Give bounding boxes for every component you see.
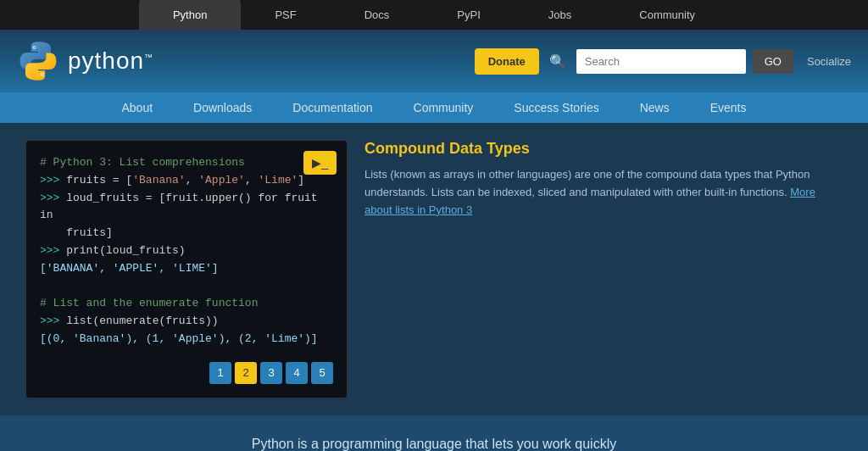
tagline-bar: Python is a programming language that le… [0, 415, 868, 451]
code-line-5: >>> print(loud_fruits) [40, 242, 333, 260]
info-title: Compound Data Types [364, 140, 843, 158]
code-line-4: fruits] [40, 225, 333, 242]
code-text: list(enumerate(fruits)) [66, 315, 218, 327]
page-btn-2[interactable]: 2 [235, 362, 257, 384]
search-input[interactable] [576, 49, 746, 74]
code-prompt: >>> [40, 192, 66, 204]
go-button[interactable]: GO [753, 49, 793, 74]
page-btn-1[interactable]: 1 [209, 362, 231, 384]
sec-nav-documentation[interactable]: Documentation [272, 92, 392, 123]
code-prompt: >>> [40, 315, 66, 327]
socialize-link[interactable]: Socialize [807, 55, 851, 68]
info-body: Lists (known as arrays in other language… [364, 166, 843, 219]
page-btn-3[interactable]: 3 [260, 362, 282, 384]
page-btn-4[interactable]: 4 [286, 362, 308, 384]
terminal-button[interactable]: ▶_ [303, 151, 337, 175]
code-blank [40, 278, 333, 296]
code-prompt: >>> [40, 174, 66, 187]
sec-nav-downloads[interactable]: Downloads [173, 92, 272, 123]
code-line-1: # Python 3: List comprehensions [40, 154, 333, 172]
sec-nav-about[interactable]: About [101, 92, 173, 123]
top-nav-docs[interactable]: Docs [331, 0, 424, 30]
sec-nav-events[interactable]: Events [690, 92, 767, 123]
main-content: ▶_ # Python 3: List comprehensions >>> f… [0, 123, 868, 415]
logo-area: python™ [17, 40, 461, 82]
code-line-8: >>> list(enumerate(fruits)) [40, 313, 333, 331]
sec-nav-news[interactable]: News [620, 92, 690, 123]
secondary-nav: About Downloads Documentation Community … [0, 92, 868, 123]
site-header: python™ Donate 🔍 GO Socialize [0, 30, 868, 92]
top-nav-python[interactable]: Python [139, 0, 241, 30]
code-line-7: # List and the enumerate function [40, 295, 333, 313]
code-line-6: ['BANANA', 'APPLE', 'LIME'] [40, 260, 333, 278]
svg-point-3 [42, 74, 43, 75]
code-line-2: >>> fruits = ['Banana', 'Apple', 'Lime'] [40, 172, 333, 190]
code-text: print(loud_fruits) [66, 244, 185, 257]
top-nav-jobs[interactable]: Jobs [515, 0, 605, 30]
logo-text: python™ [68, 47, 153, 75]
pagination: 1 2 3 4 5 [40, 362, 333, 384]
code-panel: ▶_ # Python 3: List comprehensions >>> f… [25, 140, 348, 398]
sec-nav-success-stories[interactable]: Success Stories [493, 92, 619, 123]
search-icon-button[interactable]: 🔍 [546, 50, 570, 73]
top-nav-community[interactable]: Community [605, 0, 729, 30]
top-nav: Python PSF Docs PyPI Jobs Community [0, 0, 868, 30]
page-btn-5[interactable]: 5 [311, 362, 333, 384]
top-nav-pypi[interactable]: PyPI [423, 0, 514, 30]
svg-point-1 [34, 47, 36, 48]
sec-nav-community[interactable]: Community [393, 92, 494, 123]
code-prompt: >>> [40, 244, 66, 257]
python-logo [17, 40, 59, 82]
info-panel: Compound Data Types Lists (known as arra… [364, 140, 843, 398]
header-right: Donate 🔍 GO Socialize [475, 48, 851, 75]
top-nav-psf[interactable]: PSF [241, 0, 330, 30]
code-line-9: [(0, 'Banana'), (1, 'Apple'), (2, 'Lime'… [40, 331, 333, 348]
code-text: loud_fruits = [fruit.upper() for fruit i… [40, 192, 318, 222]
logo-trademark: ™ [144, 53, 153, 62]
top-nav-bar: Python PSF Docs PyPI Jobs Community [0, 0, 868, 30]
tagline-line1: Python is a programming language that le… [17, 432, 851, 451]
code-line-3: >>> loud_fruits = [fruit.upper() for fru… [40, 190, 333, 226]
code-text: fruits = ['Banana', 'Apple', 'Lime'] [66, 174, 304, 187]
donate-button[interactable]: Donate [475, 48, 539, 75]
